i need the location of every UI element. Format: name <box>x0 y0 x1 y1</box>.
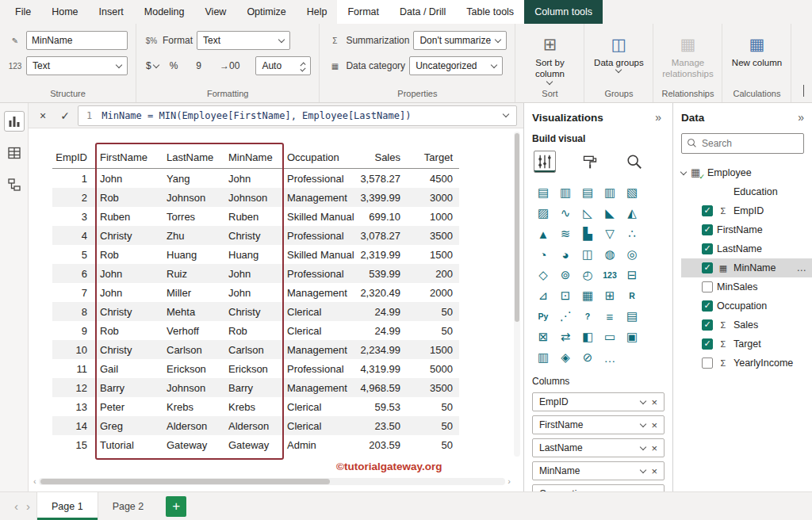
table-tree-item-employee[interactable]: ▦ ✓ Employee <box>681 163 812 182</box>
chevron-down-icon[interactable] <box>680 168 687 174</box>
column-header[interactable]: EmpID <box>52 146 94 168</box>
stacked-column-chart[interactable]: ▥ <box>554 182 576 203</box>
stacked-area-chart[interactable]: ◣ <box>599 203 621 224</box>
scorecard[interactable]: ▣ <box>621 327 643 347</box>
qna-button[interactable]: ▭ <box>599 327 621 347</box>
collapse-ribbon-icon[interactable] <box>803 85 804 96</box>
vertical-scrollbar[interactable] <box>514 132 520 457</box>
model-view-button[interactable] <box>4 174 25 195</box>
Sort by column[interactable]: ⊞ Sort by column <box>523 30 576 84</box>
remove-field-icon[interactable]: × <box>651 442 657 454</box>
field-pill[interactable]: LastName × <box>532 438 665 457</box>
100-stacked-column-chart[interactable]: ▨ <box>532 203 554 224</box>
shape-map[interactable]: ◇ <box>532 265 554 285</box>
field-checkbox[interactable] <box>702 300 713 312</box>
chevron-down-icon[interactable] <box>640 420 646 426</box>
scrollbar-thumb[interactable] <box>515 133 519 322</box>
Sales[interactable]: Σ Sales <box>681 315 812 335</box>
field-pill[interactable]: MinName × <box>532 461 665 480</box>
table-visual[interactable]: EmpID FirstName LastName MinName Occupat… <box>52 146 459 454</box>
Data / Drill[interactable]: Data / Drill <box>389 0 456 24</box>
stepper-icons[interactable] <box>301 60 304 71</box>
Target[interactable]: Σ Target <box>681 335 812 354</box>
remove-field-icon[interactable]: × <box>651 396 657 408</box>
format-visual-tab[interactable] <box>579 151 601 173</box>
field-checkbox[interactable] <box>702 243 713 254</box>
Education[interactable]: Education <box>681 182 812 201</box>
scrollbar-track[interactable] <box>39 478 506 485</box>
waterfall-chart[interactable]: ▙ <box>576 224 599 244</box>
add-page-button[interactable]: + <box>166 496 186 517</box>
clustered-column-chart[interactable]: ▥ <box>599 182 621 203</box>
power-automate-visual[interactable]: ⇄ <box>554 327 576 347</box>
Occupation[interactable]: Occupation <box>681 296 812 315</box>
column-header[interactable]: Sales <box>356 146 407 168</box>
field-pill[interactable]: FirstName × <box>532 415 665 434</box>
Manage relationships[interactable]: ▦ Manage relationships <box>661 30 714 84</box>
100-stacked-bar-chart[interactable]: ▧ <box>621 182 643 203</box>
Data groups[interactable]: ◫ Data groups <box>592 30 645 72</box>
kpi[interactable]: ⊿ <box>532 285 554 306</box>
report-canvas[interactable]: EmpID FirstName LastName MinName Occupat… <box>29 128 523 491</box>
metrics[interactable]: ▥ <box>532 347 554 368</box>
Table tools[interactable]: Table tools <box>456 0 524 24</box>
search-box[interactable] <box>681 133 804 154</box>
remove-field-icon[interactable]: × <box>651 465 657 477</box>
remove-field-icon[interactable]: × <box>651 419 657 431</box>
scatter-chart[interactable]: ∴ <box>621 224 643 244</box>
data-category-dropdown[interactable]: Uncategorized <box>409 56 503 75</box>
chevron-down-icon[interactable] <box>640 466 646 472</box>
clustered-bar-chart[interactable]: ▤ <box>576 182 599 203</box>
funnel-chart[interactable]: ▽ <box>599 224 621 244</box>
field-checkbox[interactable] <box>702 319 713 331</box>
field-checkbox[interactable] <box>702 262 713 273</box>
number-format-button[interactable]: $ <box>144 60 160 71</box>
treemap[interactable]: ◫ <box>576 244 599 265</box>
scroll-right-icon[interactable]: › <box>508 476 511 486</box>
column-header[interactable]: Occupation <box>281 146 356 168</box>
Modeling[interactable]: Modeling <box>134 0 195 24</box>
r-script-visual[interactable]: R <box>621 285 643 306</box>
column-header[interactable]: LastName <box>160 146 222 168</box>
custom-visual[interactable]: ◈ <box>554 347 576 368</box>
python-visual[interactable]: Py <box>532 306 554 327</box>
donut-chart[interactable]: ◕ <box>554 244 576 265</box>
horizontal-scrollbar[interactable]: ‹ › <box>33 477 511 485</box>
next-page-icon[interactable]: › <box>26 499 30 513</box>
data-view-button[interactable] <box>4 143 25 163</box>
matrix[interactable]: ⊞ <box>599 285 621 306</box>
field-pill[interactable]: Occupation × <box>532 484 665 491</box>
report-view-button[interactable] <box>4 111 25 132</box>
field-pill[interactable]: EmpID × <box>532 392 665 411</box>
field-checkbox[interactable] <box>702 358 713 369</box>
column-header[interactable]: MinName <box>222 146 281 168</box>
table[interactable]: ▦ <box>576 285 599 306</box>
build-visual-tab[interactable] <box>534 151 556 173</box>
power-apps-visual[interactable]: ⊠ <box>532 327 554 347</box>
smart-narrative[interactable]: ≡ <box>599 306 621 327</box>
field-checkbox[interactable] <box>702 338 713 350</box>
line-and-stacked-column-chart[interactable]: ◭ <box>621 203 643 224</box>
Page 1[interactable]: Page 1 <box>36 492 98 520</box>
File[interactable]: File <box>5 0 41 24</box>
field-checkbox[interactable] <box>702 224 713 235</box>
decimal-places-spinner[interactable]: Auto <box>255 56 311 75</box>
slicer[interactable]: ⊡ <box>554 285 576 306</box>
chevron-down-icon[interactable] <box>640 397 646 403</box>
filled-map[interactable]: ◎ <box>621 244 643 265</box>
dax-formula[interactable]: MinName = MIN(Employee[FirstName], Emplo… <box>102 110 494 121</box>
search-input[interactable] <box>702 138 798 149</box>
New column[interactable]: ▦ New column <box>730 30 783 72</box>
qa-visual[interactable]: ? <box>576 306 599 327</box>
get-more-visuals[interactable]: … <box>599 347 621 368</box>
LastName[interactable]: LastName <box>681 239 812 258</box>
arcgis-map[interactable]: ⊘ <box>576 347 599 368</box>
column-header[interactable]: Target <box>407 146 459 168</box>
Insert[interactable]: Insert <box>89 0 134 24</box>
MinName[interactable]: ▦ MinName … <box>681 258 812 277</box>
decomposition-tree[interactable]: ⋰ <box>554 306 576 327</box>
data-type-dropdown[interactable]: Text <box>26 56 128 75</box>
Page 2[interactable]: Page 2 <box>98 492 159 520</box>
azure-map[interactable]: ⊚ <box>554 265 576 285</box>
FirstName[interactable]: FirstName <box>681 220 812 239</box>
